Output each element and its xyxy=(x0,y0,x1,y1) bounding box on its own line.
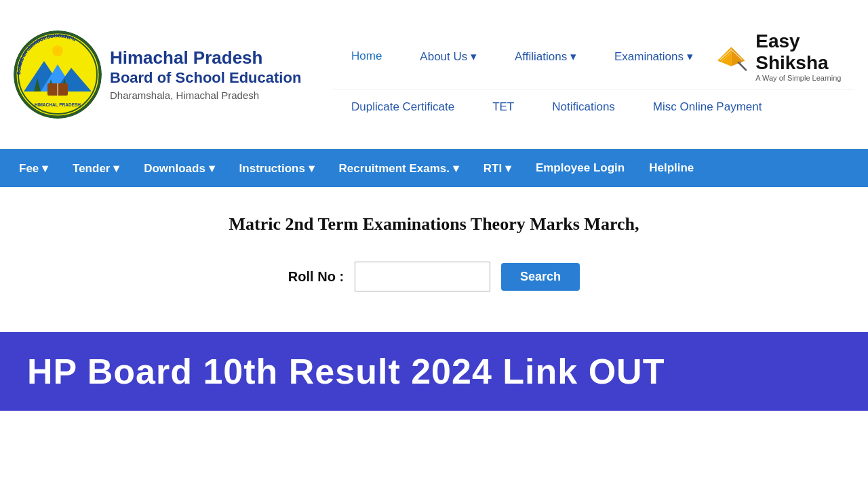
easy-shiksha-brand: Easy Shiksha A Way of Simple Learning xyxy=(712,30,854,82)
roll-no-label: Roll No : xyxy=(288,269,344,285)
blue-navigation-bar: Fee ▾ Tender ▾ Downloads ▾ Instructions … xyxy=(0,149,868,187)
nav-examinations[interactable]: Examinations ▾ xyxy=(595,45,712,68)
org-name-line1: Himachal Pradesh xyxy=(110,47,301,68)
easy-shiksha-name: Easy Shiksha xyxy=(755,30,854,74)
top-nav-row2: Duplicate Certificate TET Notifications … xyxy=(332,89,854,125)
hp-board-logo: BOARD OF SCHOOL EDUCATION BOARD OF SCHOO… xyxy=(14,30,102,119)
blue-nav-helpline[interactable]: Helpline xyxy=(637,149,706,187)
nav-duplicate-certificate[interactable]: Duplicate Certificate xyxy=(332,96,473,118)
svg-marker-15 xyxy=(717,47,731,66)
blue-nav-fee[interactable]: Fee ▾ xyxy=(7,149,60,187)
blue-nav-downloads[interactable]: Downloads ▾ xyxy=(132,149,226,187)
top-nav-row1: Home About Us ▾ Affiliations ▾ Examinati… xyxy=(332,24,854,89)
nav-affiliations[interactable]: Affiliations ▾ xyxy=(496,45,595,68)
svg-line-20 xyxy=(738,62,745,69)
nav-misc-online-payment[interactable]: Misc Online Payment xyxy=(634,96,781,118)
nav-home[interactable]: Home xyxy=(332,45,401,67)
blue-nav-employee-login[interactable]: Employee Login xyxy=(524,149,637,187)
roll-no-input[interactable] xyxy=(355,262,490,291)
header: BOARD OF SCHOOL EDUCATION BOARD OF SCHOO… xyxy=(0,0,868,149)
svg-text:HIMACHAL PRADESH: HIMACHAL PRADESH xyxy=(35,102,81,107)
easy-shiksha-tagline: A Way of Simple Learning xyxy=(755,74,854,82)
banner-text: HP Board 10th Result 2024 Link OUT xyxy=(27,352,665,391)
nav-tet[interactable]: TET xyxy=(473,96,533,118)
org-name-line2: Board of School Education xyxy=(110,69,301,87)
blue-nav-tender[interactable]: Tender ▾ xyxy=(60,149,132,187)
top-navigation: Home About Us ▾ Affiliations ▾ Examinati… xyxy=(319,24,854,125)
nav-notifications[interactable]: Notifications xyxy=(533,96,634,118)
svg-point-10 xyxy=(52,45,63,56)
blue-nav-rti[interactable]: RTI ▾ xyxy=(471,149,524,187)
exam-title: Matric 2nd Term Examinations Theory Mark… xyxy=(14,214,854,235)
org-text: Himachal Pradesh Board of School Educati… xyxy=(110,47,301,100)
logo-area: BOARD OF SCHOOL EDUCATION BOARD OF SCHOO… xyxy=(14,30,319,119)
main-content: Matric 2nd Term Examinations Theory Mark… xyxy=(0,187,868,332)
blue-nav-instructions[interactable]: Instructions ▾ xyxy=(227,149,327,187)
blue-nav-recruitment-exams[interactable]: Recruitment Exams. ▾ xyxy=(327,149,471,187)
roll-search-row: Roll No : Search xyxy=(14,262,854,291)
result-banner: HP Board 10th Result 2024 Link OUT xyxy=(0,332,868,411)
nav-about-us[interactable]: About Us ▾ xyxy=(401,45,496,68)
svg-marker-16 xyxy=(731,47,745,66)
org-location: Dharamshala, Himachal Pradesh xyxy=(110,89,301,101)
search-button[interactable]: Search xyxy=(501,263,580,291)
easy-shiksha-logo-icon xyxy=(712,38,751,75)
